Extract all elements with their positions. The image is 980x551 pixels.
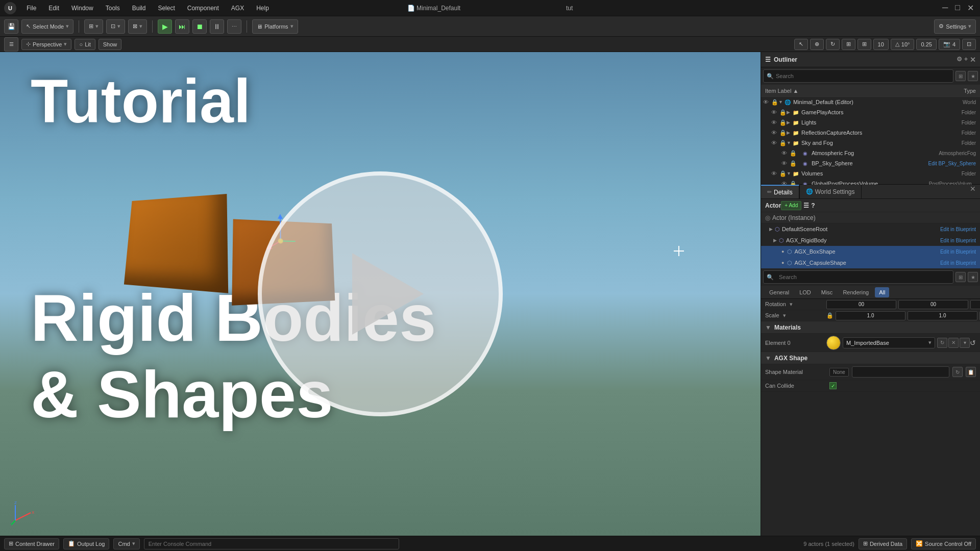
outliner-filter-btn[interactable]: ★	[968, 71, 978, 81]
select-mode-btn[interactable]: ↖ Select Mode ▾	[21, 19, 74, 34]
expander-icon[interactable]: ▶	[787, 110, 793, 115]
camera-speed-btn[interactable]: 📷 4	[939, 39, 960, 50]
menu-file[interactable]: File	[21, 4, 41, 13]
more-btn[interactable]: ⋯	[227, 19, 241, 34]
agx-shape-section-header[interactable]: ▼ AGX Shape	[761, 352, 980, 364]
comp-default-scene[interactable]: ▶ ⬡ DefaultSceneRoot Edit in Blueprint	[761, 223, 980, 235]
details-view-btn[interactable]: ⊞	[955, 272, 966, 282]
transform-btn[interactable]: ⊞ ▾	[84, 19, 103, 34]
material-browse-btn[interactable]: ↻	[937, 338, 947, 348]
lock-icon[interactable]: 🔒	[779, 140, 787, 146]
expander-icon[interactable]: ▶	[787, 130, 793, 135]
lock-icon[interactable]: 🔒	[779, 109, 787, 116]
add-outliner-icon[interactable]: +	[964, 56, 968, 64]
eye-icon[interactable]: 👁	[771, 170, 779, 177]
lock-icon[interactable]: 🔒	[771, 99, 778, 106]
source-control-btn[interactable]: 🔀 Source Control Off	[911, 538, 976, 549]
menu-select[interactable]: Select	[153, 4, 180, 13]
item-type[interactable]: Edit BP_Sky_Sphere	[928, 161, 978, 166]
expander-icon[interactable]: ▼	[778, 99, 785, 105]
eye-icon[interactable]: 👁	[771, 109, 779, 115]
expander-icon[interactable]: ▶	[787, 120, 793, 125]
filter-misc[interactable]: Misc	[817, 287, 837, 297]
tree-item-lights[interactable]: 👁 🔒 ▶ 📁 Lights Folder	[761, 117, 980, 128]
maximize-btn[interactable]: □	[953, 3, 962, 13]
materials-section-header[interactable]: ▼ Materials	[761, 321, 980, 334]
snap-btn[interactable]: ⊡ ▾	[106, 19, 125, 34]
menu-help[interactable]: Help	[251, 4, 274, 13]
comp-agx-rigid[interactable]: ▶ ⬡ AGX_RigidBody Edit in Blueprint	[761, 235, 980, 246]
question-icon[interactable]: ?	[811, 202, 815, 209]
scale-snap-val[interactable]: 0.25	[916, 39, 936, 50]
perspective-btn[interactable]: ⊹ Perspective ▾	[21, 39, 71, 50]
comp-agx-capsule[interactable]: ● ⬡ AGX_CapsuleShape Edit in Blueprint	[761, 257, 980, 268]
details-star-btn[interactable]: ★	[968, 272, 978, 282]
filter-icon[interactable]: ☰	[803, 202, 809, 209]
box-shape-1[interactable]	[124, 194, 228, 293]
material-dropdown[interactable]: M_ImportedBase ▾	[843, 337, 935, 348]
toolbar-save-btn[interactable]: 💾	[4, 19, 18, 34]
rotate-btn[interactable]: ↻	[826, 39, 840, 50]
play-overlay[interactable]	[258, 171, 503, 416]
tab-world-settings[interactable]: 🌐 World Settings	[800, 185, 862, 198]
console-input[interactable]	[144, 538, 399, 549]
eye-icon[interactable]: 👁	[771, 140, 779, 146]
settings-btn[interactable]: ⚙ Settings ▾	[934, 19, 976, 34]
skip-btn[interactable]: ⏭	[175, 19, 189, 34]
menu-edit[interactable]: Edit	[43, 4, 64, 13]
tab-details[interactable]: ✏ Details	[761, 185, 799, 198]
outliner-close-btn[interactable]: ✕	[970, 56, 976, 64]
material-swatch[interactable]	[826, 336, 841, 350]
cmd-dropdown[interactable]: Cmd ▾	[113, 538, 139, 549]
play-btn[interactable]: ▶	[158, 19, 172, 34]
tree-item-volumes[interactable]: 👁 🔒 ▼ 📁 Volumes Folder	[761, 168, 980, 179]
close-btn[interactable]: ✕	[965, 3, 976, 13]
tree-item-bp-sky[interactable]: 👁 🔒 ▶ ◉ BP_Sky_Sphere Edit BP_Sky_Sphere	[761, 158, 980, 168]
rotation-y[interactable]	[898, 300, 968, 309]
lock-icon[interactable]: 🔒	[790, 150, 797, 157]
derived-data-btn[interactable]: ⊞ Derived Data	[859, 538, 907, 549]
lit-btn[interactable]: ○ Lit	[75, 39, 95, 50]
rotation-z[interactable]	[970, 300, 980, 309]
eye-icon[interactable]: 👁	[771, 130, 779, 136]
lock-icon[interactable]: 🔒	[779, 170, 787, 177]
lock-icon[interactable]: 🔒	[790, 160, 797, 167]
eye-icon[interactable]: 👁	[771, 119, 779, 126]
tree-item-minimal-default[interactable]: 👁 🔒 ▼ 🌐 Minimal_Default (Editor) World	[761, 97, 980, 107]
add-component-btn[interactable]: + Add	[781, 201, 801, 210]
menu-window[interactable]: Window	[66, 4, 99, 13]
translate-btn[interactable]: ⊕	[810, 39, 824, 50]
scale-y[interactable]	[908, 311, 977, 320]
can-collide-checkbox[interactable]: ✓	[829, 382, 837, 389]
cursor-mode-btn[interactable]: ↖	[794, 39, 808, 50]
lock-scale-icon[interactable]: 🔒	[826, 312, 834, 319]
scale-dropdown-icon[interactable]: ▾	[783, 312, 786, 318]
rotation-dropdown-icon[interactable]: ▾	[790, 301, 793, 307]
grid-btn[interactable]: ⊞	[857, 39, 871, 50]
lock-icon[interactable]: 🔒	[779, 130, 787, 136]
expander-icon[interactable]: ▼	[787, 171, 793, 176]
tree-item-sky-fog[interactable]: 👁 🔒 ▼ 📁 Sky and Fog Folder	[761, 138, 980, 148]
details-close-btn[interactable]: ✕	[970, 185, 976, 198]
outliner-sort-btn[interactable]: ⊞	[955, 71, 966, 81]
lock-icon[interactable]: 🔒	[779, 119, 787, 126]
filter-general[interactable]: General	[765, 287, 793, 297]
minimize-btn[interactable]: ─	[940, 3, 950, 13]
material-clear-btn[interactable]: ✕	[948, 338, 959, 348]
menu-component[interactable]: Component	[182, 4, 224, 13]
output-log-btn[interactable]: 📋 Output Log	[63, 538, 109, 549]
tree-item-reflection[interactable]: 👁 🔒 ▶ 📁 ReflectionCaptureActors Folder	[761, 128, 980, 138]
filter-rendering[interactable]: Rendering	[839, 287, 873, 297]
filter-lod[interactable]: LOD	[795, 287, 815, 297]
angle-btn[interactable]: △ 10°	[891, 39, 915, 50]
menu-build[interactable]: Build	[127, 4, 151, 13]
platforms-btn[interactable]: 🖥 Platforms ▾	[252, 19, 298, 34]
shape-material-input[interactable]	[852, 366, 949, 378]
scale-btn2[interactable]: ⊞	[842, 39, 855, 50]
comp-agx-box[interactable]: ● ⬡ AGX_BoxShape Edit in Blueprint	[761, 246, 980, 257]
grid-size-btn[interactable]: 10	[873, 39, 889, 50]
details-search-input[interactable]	[776, 271, 950, 283]
scale-x[interactable]	[836, 311, 905, 320]
filter-icon[interactable]: ⚙	[957, 56, 962, 64]
tree-item-gameplay-actors[interactable]: 👁 🔒 ▶ 📁 GamePlayActors Folder	[761, 107, 980, 117]
